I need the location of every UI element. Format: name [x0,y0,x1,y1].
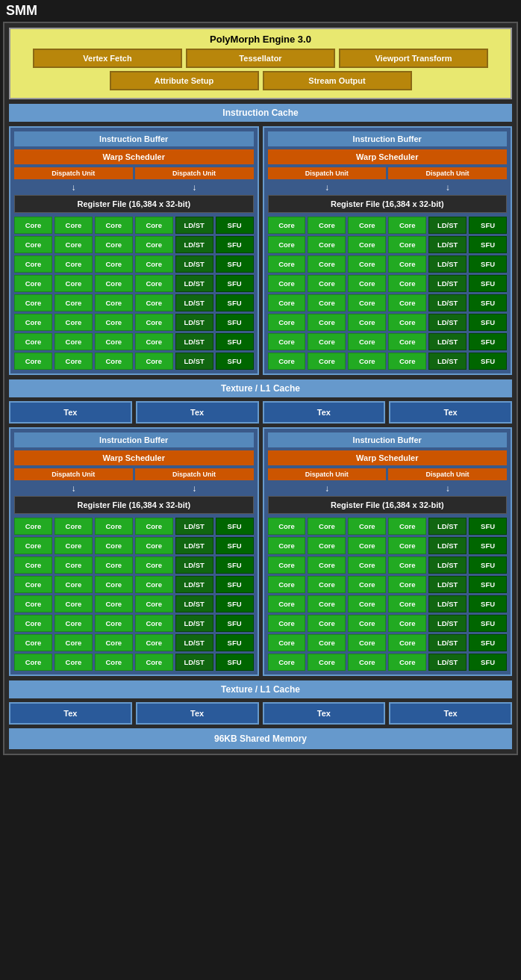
core-row: Core Core Core Core LD/ST SFU [268,537,508,554]
top-right-half: Instruction Buffer Warp Scheduler Dispat… [263,126,513,375]
core-cell: Core [348,518,386,535]
bottom-halves: Instruction Buffer Warp Scheduler Dispat… [9,427,512,676]
core-row: Core Core Core Core LD/ST SFU [14,333,254,350]
core-cell: Core [14,294,52,311]
core-cell: Core [14,333,52,350]
sfu-cell: SFU [216,634,254,651]
sfu-cell: SFU [469,217,507,234]
tex-box-8: Tex [389,702,512,725]
core-cell: Core [348,294,386,311]
tex-box-3: Tex [263,401,386,424]
bottom-right-arrow-1: ↓ [268,483,387,494]
core-cell: Core [348,595,386,612]
core-cell: Core [95,595,133,612]
core-cell: Core [348,576,386,593]
vertex-fetch-box: Vertex Fetch [33,49,182,68]
core-cell: Core [268,217,306,234]
polymorph-title: PolyMorph Engine 3.0 [15,34,506,45]
core-cell: Core [95,353,133,370]
core-row: Core Core Core Core LD/ST SFU [14,294,254,311]
bottom-right-register-file: Register File (16,384 x 32-bit) [268,496,508,514]
sfu-cell: SFU [216,333,254,350]
core-row: Core Core Core Core LD/ST SFU [268,615,508,632]
core-cell: Core [95,518,133,535]
main-container: PolyMorph Engine 3.0 Vertex Fetch Tessel… [3,22,518,755]
ldst-cell: LD/ST [175,275,213,292]
sfu-cell: SFU [469,576,507,593]
core-row: Core Core Core Core LD/ST SFU [14,576,254,593]
sfu-cell: SFU [469,595,507,612]
ldst-cell: LD/ST [175,294,213,311]
core-cell: Core [54,634,93,651]
core-cell: Core [14,615,52,632]
ldst-cell: LD/ST [428,333,467,350]
bottom-left-dispatch-1: Dispatch Unit [14,468,133,480]
core-cell: Core [95,556,133,574]
core-cell: Core [14,518,52,535]
core-cell: Core [14,537,52,554]
sfu-cell: SFU [469,314,507,331]
sfu-cell: SFU [469,236,507,253]
core-cell: Core [388,217,426,234]
bottom-left-arrow-2: ↓ [135,483,254,494]
core-cell: Core [388,314,426,331]
core-cell: Core [268,654,306,671]
core-cell: Core [308,314,346,331]
ldst-cell: LD/ST [428,314,467,331]
core-cell: Core [135,615,173,632]
core-cell: Core [95,294,133,311]
ldst-cell: LD/ST [428,615,467,632]
core-cell: Core [268,576,306,593]
core-cell: Core [95,576,133,593]
top-left-dispatch-1: Dispatch Unit [14,167,133,179]
core-cell: Core [388,275,426,292]
core-cell: Core [54,556,93,574]
bottom-right-dispatch-row: Dispatch Unit Dispatch Unit [268,468,508,480]
ldst-cell: LD/ST [428,518,467,535]
top-left-instr-buffer: Instruction Buffer [14,131,254,146]
core-cell: Core [348,537,386,554]
core-cell: Core [135,654,173,671]
core-row: Core Core Core Core LD/ST SFU [268,595,508,612]
core-cell: Core [268,294,306,311]
core-row: Core Core Core Core LD/ST SFU [14,236,254,253]
bottom-left-half: Instruction Buffer Warp Scheduler Dispat… [9,427,259,676]
top-right-core-grid: Core Core Core Core LD/ST SFU Core Core … [268,217,508,370]
core-cell: Core [135,255,173,273]
top-right-arrow-1: ↓ [268,182,387,193]
core-cell: Core [388,333,426,350]
core-row: Core Core Core Core LD/ST SFU [268,236,508,253]
tex-box-5: Tex [9,702,132,725]
core-cell: Core [308,236,346,253]
core-row: Core Core Core Core LD/ST SFU [268,518,508,535]
core-cell: Core [348,217,386,234]
top-left-half: Instruction Buffer Warp Scheduler Dispat… [9,126,259,375]
core-row: Core Core Core Core LD/ST SFU [14,275,254,292]
core-cell: Core [14,595,52,612]
core-row: Core Core Core Core LD/ST SFU [14,217,254,234]
ldst-cell: LD/ST [175,333,213,350]
core-cell: Core [388,576,426,593]
core-cell: Core [135,314,173,331]
core-cell: Core [95,615,133,632]
bottom-left-dispatch-2: Dispatch Unit [135,468,254,480]
core-cell: Core [348,615,386,632]
top-right-arrow-2: ↓ [388,182,507,193]
core-cell: Core [348,275,386,292]
core-row: Core Core Core Core LD/ST SFU [268,314,508,331]
top-right-dispatch-1: Dispatch Unit [268,167,387,179]
core-cell: Core [95,333,133,350]
core-cell: Core [388,615,426,632]
top-right-warp-scheduler: Warp Scheduler [268,149,508,164]
core-cell: Core [388,654,426,671]
ldst-cell: LD/ST [175,615,213,632]
core-cell: Core [388,236,426,253]
bottom-right-arrows: ↓ ↓ [268,483,508,494]
tex-box-4: Tex [389,401,512,424]
sfu-cell: SFU [469,333,507,350]
core-cell: Core [14,275,52,292]
core-cell: Core [268,255,306,273]
ldst-cell: LD/ST [175,537,213,554]
sfu-cell: SFU [469,654,507,671]
core-cell: Core [348,556,386,574]
